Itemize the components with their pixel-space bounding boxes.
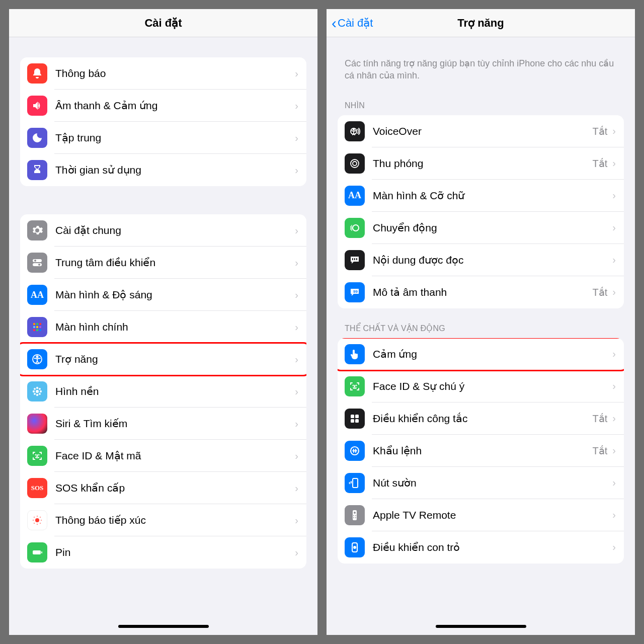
row-motion[interactable]: Chuyển động › xyxy=(338,212,624,244)
row-screentime[interactable]: Thời gian sử dụng › xyxy=(20,154,306,186)
row-switch-control[interactable]: Điều khiển công tắc Tắt › xyxy=(338,403,624,435)
home-indicator[interactable] xyxy=(118,625,209,628)
accessibility-screen: ‹ Cài đặt Trợ năng Các tính năng trợ năn… xyxy=(327,9,635,635)
navbar: Cài đặt xyxy=(9,9,317,37)
svg-point-30 xyxy=(41,520,42,521)
svg-rect-54 xyxy=(351,481,352,484)
text-size-icon: AA xyxy=(27,285,47,305)
svg-point-46 xyxy=(353,385,354,385)
row-label: SOS khẩn cấp xyxy=(55,482,295,494)
touch-icon xyxy=(345,344,365,364)
chevron-right-icon: › xyxy=(295,321,298,333)
zoom-icon xyxy=(345,153,365,174)
row-notifications[interactable]: Thông báo › xyxy=(20,57,306,90)
siri-icon xyxy=(27,414,47,434)
row-label: VoiceOver xyxy=(373,125,593,137)
chevron-right-icon: › xyxy=(612,157,616,169)
svg-point-17 xyxy=(36,394,38,396)
row-label: Face ID & Mật mã xyxy=(55,450,295,462)
row-side-button[interactable]: Nút sườn › xyxy=(338,467,624,499)
svg-text:99: 99 xyxy=(353,289,358,294)
chevron-right-icon: › xyxy=(612,445,616,456)
back-button[interactable]: ‹ Cài đặt xyxy=(332,16,373,31)
row-display-text[interactable]: AA Màn hình & Cỡ chữ › xyxy=(338,180,624,212)
svg-point-41 xyxy=(353,225,359,231)
row-label: Cài đặt chung xyxy=(55,224,295,236)
row-focus[interactable]: Tập trung › xyxy=(20,122,306,154)
page-title: Trợ năng xyxy=(457,17,504,30)
row-status: Tắt xyxy=(593,157,608,170)
faceid-icon xyxy=(27,446,47,466)
row-label: Thông báo tiếp xúc xyxy=(55,514,295,526)
svg-rect-8 xyxy=(36,326,38,328)
svg-point-2 xyxy=(34,260,36,262)
row-label: Trợ năng xyxy=(55,353,295,365)
svg-rect-43 xyxy=(354,258,355,260)
svg-rect-42 xyxy=(352,258,353,260)
chevron-right-icon: › xyxy=(295,289,298,301)
bell-icon xyxy=(27,63,47,84)
home-indicator[interactable] xyxy=(436,625,526,628)
motion-icon xyxy=(345,218,365,238)
row-wallpaper[interactable]: Hình nền › xyxy=(20,375,306,408)
row-faceid-attention[interactable]: Face ID & Sự chú ý › xyxy=(338,370,624,403)
row-label: Thời gian sử dụng xyxy=(55,164,295,176)
apps-grid-icon xyxy=(27,317,47,337)
row-home-screen[interactable]: Màn hình chính › xyxy=(20,311,306,343)
row-label: Điều khiển con trỏ xyxy=(373,541,612,553)
chevron-right-icon: › xyxy=(295,482,298,494)
page-description: Các tính năng trợ năng giúp bạn tùy chỉn… xyxy=(338,37,624,86)
row-touch[interactable]: Cảm ứng › xyxy=(338,338,624,370)
svg-point-16 xyxy=(36,387,38,389)
row-siri[interactable]: Siri & Tìm kiếm › xyxy=(20,408,306,440)
svg-point-22 xyxy=(34,393,36,395)
row-zoom[interactable]: Thu phóng Tắt › xyxy=(338,147,624,180)
text-size-icon: AA xyxy=(345,186,365,206)
voice-control-icon xyxy=(345,441,365,461)
svg-point-57 xyxy=(353,515,354,516)
svg-point-25 xyxy=(39,455,39,455)
row-label: Điều khiển công tắc xyxy=(373,413,593,425)
row-spoken-content[interactable]: Nội dung được đọc › xyxy=(338,244,624,276)
svg-rect-5 xyxy=(36,323,38,325)
row-exposure[interactable]: Thông báo tiếp xúc › xyxy=(20,504,306,536)
row-tv-remote[interactable]: Apple TV Remote › xyxy=(338,499,624,531)
svg-point-47 xyxy=(356,385,357,385)
row-audio-desc[interactable]: 99 Mô tả âm thanh Tắt › xyxy=(338,276,624,308)
settings-group-general: Cài đặt chung › Trung tâm điều khiển › A… xyxy=(20,214,306,569)
row-general[interactable]: Cài đặt chung › xyxy=(20,214,306,247)
svg-rect-11 xyxy=(36,329,38,331)
chevron-right-icon: › xyxy=(295,386,298,397)
svg-rect-9 xyxy=(39,326,41,328)
chevron-right-icon: › xyxy=(295,450,298,462)
row-battery[interactable]: Pin › xyxy=(20,536,306,569)
row-voiceover[interactable]: VoiceOver Tắt › xyxy=(338,115,624,147)
chevron-left-icon: ‹ xyxy=(332,16,337,31)
svg-point-19 xyxy=(40,390,42,392)
flower-icon xyxy=(27,381,47,401)
row-accessibility[interactable]: Trợ năng › xyxy=(20,343,306,375)
chevron-right-icon: › xyxy=(612,222,616,233)
row-faceid[interactable]: Face ID & Mật mã › xyxy=(20,440,306,472)
row-sos[interactable]: SOS SOS khẩn cấp › xyxy=(20,472,306,504)
row-status: Tắt xyxy=(593,413,608,425)
row-pointer[interactable]: Điều khiển con trỏ › xyxy=(338,531,624,564)
svg-rect-50 xyxy=(351,419,354,423)
settings-screen: Cài đặt Thông báo › Âm thanh & Cảm ứng › xyxy=(9,9,317,635)
row-voice-control[interactable]: Khẩu lệnh Tắt › xyxy=(338,435,624,467)
accessibility-content: Các tính năng trợ năng giúp bạn tùy chỉn… xyxy=(327,37,635,635)
row-sounds[interactable]: Âm thanh & Cảm ứng › xyxy=(20,90,306,122)
row-label: Hình nền xyxy=(55,385,295,397)
row-label: Siri & Tìm kiếm xyxy=(55,418,295,430)
group-physical: Cảm ứng › Face ID & Sự chú ý › Điều khiể… xyxy=(338,338,624,564)
battery-icon xyxy=(27,542,47,562)
svg-point-33 xyxy=(34,523,35,524)
row-label: Nút sườn xyxy=(373,477,612,489)
row-display[interactable]: AA Màn hình & Độ sáng › xyxy=(20,279,306,311)
row-control-center[interactable]: Trung tâm điều khiển › xyxy=(20,247,306,279)
svg-point-56 xyxy=(354,512,356,514)
chevron-right-icon: › xyxy=(295,100,298,112)
row-label: Cảm ứng xyxy=(373,348,612,360)
side-button-icon xyxy=(345,473,365,493)
chevron-right-icon: › xyxy=(295,68,298,79)
